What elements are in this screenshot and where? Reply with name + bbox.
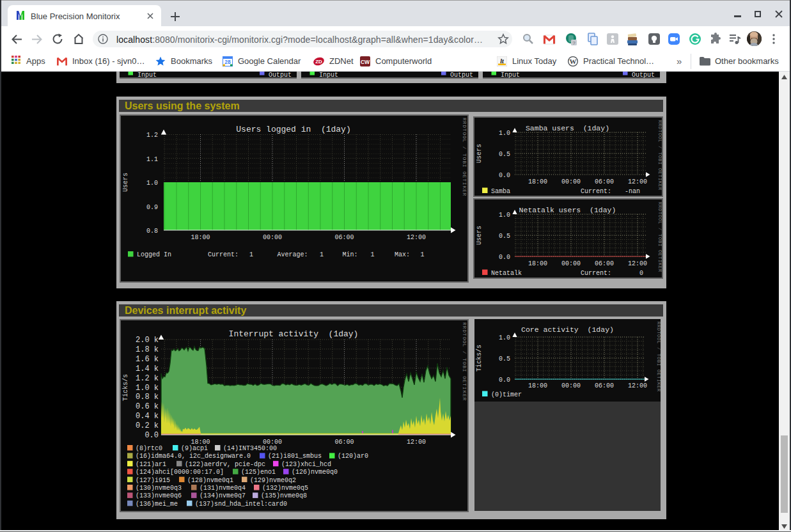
- svg-text:1.8 k: 1.8 k: [136, 345, 159, 354]
- svg-text:Users: Users: [476, 226, 483, 245]
- svg-text:0.0: 0.0: [145, 431, 159, 440]
- svg-text:(131)nvme0q4: (131)nvme0q4: [200, 485, 246, 492]
- svg-text:12:00: 12:00: [407, 234, 426, 241]
- svg-text:18:00: 18:00: [528, 382, 547, 389]
- svg-text:28: 28: [224, 59, 231, 65]
- svg-text:18:00: 18:00: [191, 439, 210, 446]
- svg-text:0.5: 0.5: [499, 233, 510, 240]
- svg-text:(134)nvme0q7: (134)nvme0q7: [200, 492, 246, 499]
- svg-text:0.4 k: 0.4 k: [136, 412, 159, 421]
- svg-text:(126)nvme0q0: (126)nvme0q0: [292, 469, 338, 476]
- svg-text:00:00: 00:00: [561, 178, 581, 185]
- svg-text:00:00: 00:00: [263, 234, 282, 241]
- svg-text:Interrupt activity (1day): Interrupt activity (1day): [229, 329, 359, 339]
- svg-text:0.0: 0.0: [499, 377, 510, 384]
- svg-text:1: 1: [421, 251, 425, 258]
- svg-text:1.0: 1.0: [499, 334, 510, 341]
- svg-text:(8)rtc0: (8)rtc0: [136, 445, 162, 452]
- svg-text:2.0 k: 2.0 k: [136, 336, 159, 345]
- svg-text:(14)INT3450:00: (14)INT3450:00: [223, 445, 277, 452]
- svg-text:0.0: 0.0: [499, 254, 510, 261]
- svg-text:(121)ar1: (121)ar1: [136, 461, 166, 468]
- svg-text:06:00: 06:00: [595, 382, 614, 389]
- svg-text:Input: Input: [137, 72, 157, 79]
- svg-text:(16)idma64.0, i2c_designware.0: (16)idma64.0, i2c_designware.0: [136, 453, 251, 460]
- svg-text:Users: Users: [122, 173, 129, 192]
- svg-text:Output: Output: [269, 72, 292, 79]
- svg-text:(0)timer: (0)timer: [491, 391, 522, 398]
- svg-text:06:00: 06:00: [334, 439, 354, 446]
- svg-text:(124)ahci[0000:00:17.0]: (124)ahci[0000:00:17.0]: [136, 469, 224, 476]
- svg-text:RRDTOOL / TOBI OETIKER: RRDTOOL / TOBI OETIKER: [462, 322, 467, 401]
- svg-text:CW: CW: [361, 59, 370, 65]
- svg-text:Input: Input: [319, 72, 338, 79]
- svg-text:(122)aerdrv, pcie-dpc: (122)aerdrv, pcie-dpc: [185, 461, 265, 468]
- svg-text:18:00: 18:00: [528, 178, 547, 185]
- svg-text:(127)i915: (127)i915: [136, 477, 170, 484]
- svg-text:1.0 k: 1.0 k: [136, 384, 159, 393]
- svg-text:06:00: 06:00: [595, 178, 614, 185]
- svg-text:RRDTOOL / TOBI OETIKER: RRDTOOL / TOBI OETIKER: [462, 118, 467, 196]
- svg-text:1.0: 1.0: [499, 130, 510, 137]
- svg-text:(137)snd_hda_intel:card0: (137)snd_hda_intel:card0: [195, 501, 287, 508]
- svg-text:Samba users (1day): Samba users (1day): [526, 124, 609, 132]
- svg-text:Input: Input: [501, 72, 520, 79]
- svg-text:06:00: 06:00: [334, 234, 354, 241]
- svg-text:(125)eno1: (125)eno1: [241, 469, 276, 476]
- svg-text:1: 1: [249, 251, 253, 258]
- svg-text:W: W: [570, 58, 577, 65]
- svg-text:Current:: Current:: [581, 188, 611, 195]
- svg-text:Users logged in (1day): Users logged in (1day): [236, 125, 350, 134]
- svg-text:(9)acpi: (9)acpi: [181, 445, 208, 452]
- svg-text:Netatalk users (1day): Netatalk users (1day): [519, 206, 616, 214]
- svg-text:12:00: 12:00: [628, 382, 647, 389]
- svg-text:1.1: 1.1: [146, 156, 158, 163]
- svg-text:RRDTOOL / TOBI OETIKER: RRDTOOL / TOBI OETIKER: [657, 202, 662, 272]
- svg-text:1.6 k: 1.6 k: [136, 355, 159, 364]
- svg-text:(129)nvme0q2: (129)nvme0q2: [250, 477, 296, 484]
- svg-text:1.0: 1.0: [499, 212, 510, 219]
- svg-text:00:00: 00:00: [263, 439, 282, 446]
- svg-text:RRDTOOL / TOBI OETIKER: RRDTOOL / TOBI OETIKER: [657, 120, 662, 191]
- svg-text:1.2 k: 1.2 k: [136, 374, 159, 383]
- svg-text:ZD: ZD: [315, 59, 322, 65]
- svg-text:(135)nvme0q8: (135)nvme0q8: [261, 492, 307, 499]
- svg-text:0.5: 0.5: [499, 356, 510, 363]
- svg-text:1.0: 1.0: [146, 180, 158, 187]
- svg-text:0.0: 0.0: [499, 172, 510, 179]
- svg-text:(120)ar0: (120)ar0: [338, 453, 368, 460]
- svg-text:Samba: Samba: [491, 188, 510, 195]
- svg-text:?: ?: [572, 40, 576, 46]
- svg-text:00:00: 00:00: [561, 260, 581, 267]
- svg-text:Average:: Average:: [278, 251, 308, 258]
- svg-text:0: 0: [639, 270, 643, 277]
- svg-text:(123)xhci_hcd: (123)xhci_hcd: [281, 461, 331, 468]
- svg-text:12:00: 12:00: [407, 439, 426, 446]
- svg-text:1: 1: [371, 251, 375, 258]
- svg-text:0.5: 0.5: [499, 151, 510, 158]
- svg-text:18:00: 18:00: [528, 260, 547, 267]
- svg-text:Ticks/s: Ticks/s: [122, 374, 129, 401]
- svg-text:Output: Output: [450, 72, 473, 79]
- svg-text:Ticks/s: Ticks/s: [476, 345, 483, 372]
- svg-text:(21)i801_smbus: (21)i801_smbus: [268, 453, 322, 460]
- svg-text:1.4 k: 1.4 k: [136, 364, 159, 373]
- svg-text:Output: Output: [632, 72, 655, 79]
- svg-text:Users: Users: [476, 144, 483, 163]
- svg-text:(128)nvme0q1: (128)nvme0q1: [187, 477, 233, 484]
- svg-text:12:00: 12:00: [628, 260, 647, 267]
- svg-text:(132)nvme0q5: (132)nvme0q5: [262, 485, 308, 492]
- svg-text:Logged In: Logged In: [137, 251, 171, 258]
- svg-text:1.2: 1.2: [146, 132, 158, 139]
- svg-text:Min:: Min:: [343, 251, 358, 258]
- svg-text:(133)nvme0q6: (133)nvme0q6: [136, 492, 182, 499]
- svg-text:Netatalk: Netatalk: [491, 270, 522, 277]
- svg-text:Current:: Current:: [581, 270, 611, 277]
- svg-text:12:00: 12:00: [628, 178, 647, 185]
- svg-text:06:00: 06:00: [595, 260, 614, 267]
- svg-text:(130)nvme0q3: (130)nvme0q3: [136, 485, 182, 492]
- svg-text:00:00: 00:00: [561, 382, 581, 389]
- svg-text:-nan: -nan: [625, 188, 640, 195]
- svg-text:RRDTOOL / TOBI OETIKER: RRDTOOL / TOBI OETIKER: [656, 322, 661, 392]
- svg-text:(136)mei_me: (136)mei_me: [136, 501, 178, 508]
